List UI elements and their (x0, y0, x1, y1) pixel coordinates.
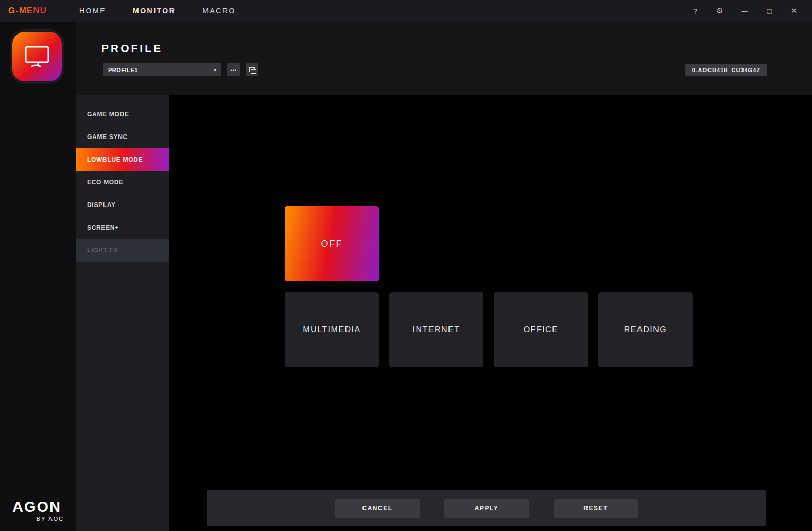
monitor-settings-nav: GAME MODE GAME SYNC LOWBLUE MODE ECO MOD… (76, 95, 169, 531)
brand-block: AGON BY ΛOC (12, 500, 64, 522)
monitor-app-icon[interactable] (12, 32, 62, 81)
mode-tile-office[interactable]: OFFICE (494, 292, 588, 367)
page-title: PROFILE (101, 42, 163, 55)
profile-dropdown-value: PROFILE1 (108, 67, 214, 73)
window-controls: ? ⚙ ─ □ ✕ (690, 6, 799, 15)
maximize-icon[interactable]: □ (765, 7, 774, 15)
action-bar: CANCEL APPLY RESET (207, 490, 766, 526)
nav-macro[interactable]: MACRO (202, 7, 236, 15)
profile-controls: PROFILE1 ▾ ••• (103, 63, 258, 76)
cancel-button[interactable]: CANCEL (335, 499, 420, 518)
mode-tile-reading[interactable]: READING (598, 292, 693, 367)
nav-item-game-sync[interactable]: GAME SYNC (76, 126, 169, 148)
nav-item-display[interactable]: DISPLAY (76, 194, 169, 216)
help-icon[interactable]: ? (690, 7, 700, 15)
apply-button[interactable]: APPLY (444, 499, 529, 518)
device-id-badge: 0-AOCB418_CU34G4Z (685, 64, 767, 76)
by-aoc-logo: BY ΛOC (12, 516, 64, 522)
mode-tile-row: MULTIMEDIA INTERNET OFFICE READING (285, 292, 693, 367)
profile-header: PROFILE PROFILE1 ▾ ••• 0-AOCB418_CU34G4Z (76, 22, 812, 95)
nav-home[interactable]: HOME (79, 7, 106, 15)
copy-icon (249, 67, 255, 73)
mode-tile-internet[interactable]: INTERNET (389, 292, 483, 367)
agon-logo: AGON (12, 500, 64, 515)
minimize-icon[interactable]: ─ (740, 7, 749, 15)
nav-item-lowblue-mode[interactable]: LOWBLUE MODE (76, 148, 169, 171)
mode-tile-multimedia[interactable]: MULTIMEDIA (285, 292, 379, 367)
chevron-down-icon: ▾ (214, 67, 216, 73)
nav-item-eco-mode[interactable]: ECO MODE (76, 171, 169, 194)
monitor-glyph-icon (23, 44, 51, 70)
nav-monitor[interactable]: MONITOR (133, 7, 176, 15)
profile-dropdown[interactable]: PROFILE1 ▾ (103, 63, 221, 76)
reset-button[interactable]: RESET (554, 499, 638, 518)
app-logo: G-MENU (8, 6, 75, 16)
nav-item-game-mode[interactable]: GAME MODE (76, 103, 169, 126)
nav-item-screen-plus[interactable]: SCREEN+ (76, 216, 169, 239)
left-sidebar: AGON BY ΛOC (0, 22, 76, 531)
ellipsis-icon: ••• (230, 67, 236, 73)
copy-profile-button[interactable] (246, 63, 258, 76)
more-options-button[interactable]: ••• (227, 63, 240, 76)
close-icon[interactable]: ✕ (789, 6, 799, 15)
top-nav: HOME MONITOR MACRO (79, 7, 236, 15)
titlebar: G-MENU HOME MONITOR MACRO ? ⚙ ─ □ ✕ (0, 0, 812, 22)
settings-gear-icon[interactable]: ⚙ (715, 6, 724, 15)
nav-item-light-fx[interactable]: LIGHT FX (76, 239, 169, 262)
lowblue-mode-panel: OFF MULTIMEDIA INTERNET OFFICE READING C… (169, 95, 812, 531)
mode-tile-off[interactable]: OFF (285, 206, 379, 281)
